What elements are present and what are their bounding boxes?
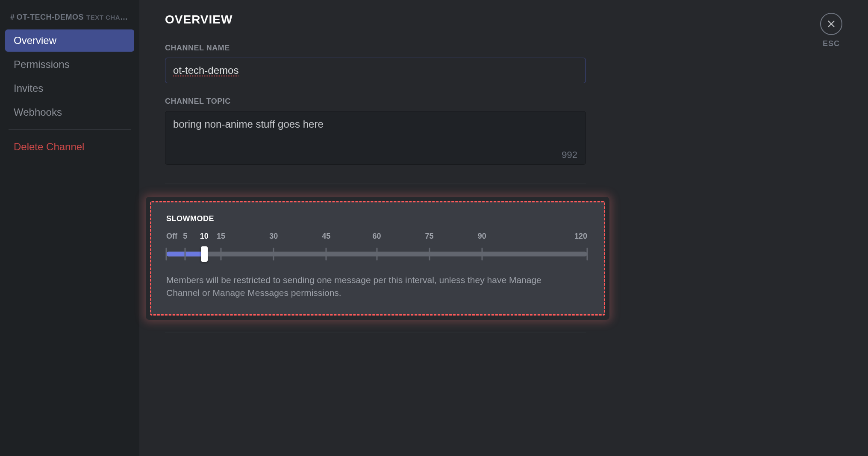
slider-tick-label: 10 [200, 232, 209, 241]
slider-tick-label: 60 [372, 232, 381, 241]
slider-tick [326, 248, 327, 260]
close-icon [827, 19, 836, 29]
sidebar-item-overview[interactable]: Overview [5, 29, 134, 52]
section-divider [165, 184, 586, 184]
slider-tick [587, 248, 588, 260]
slider-tick [429, 248, 430, 260]
hash-icon: # [10, 13, 15, 21]
channel-type-label: TEXT CHAN… [86, 14, 132, 21]
slider-tick-label: 120 [574, 232, 587, 241]
slider-tick [221, 248, 222, 260]
slider-tick [166, 248, 167, 260]
close-wrap: ESC [820, 13, 842, 48]
sidebar-item-permissions[interactable]: Permissions [5, 53, 134, 76]
slider-tick [376, 248, 377, 260]
slowmode-description: Members will be restricted to sending on… [166, 274, 577, 300]
channel-name-input[interactable] [165, 58, 586, 83]
close-button[interactable] [820, 13, 842, 35]
channel-name-label: CHANNEL NAME [165, 44, 842, 53]
slider-thumb[interactable] [201, 246, 208, 262]
slowmode-slider[interactable]: Off510153045607590120 [166, 232, 587, 263]
page-title: OVERVIEW [165, 13, 842, 26]
slider-tick [481, 248, 483, 260]
channel-topic-label: CHANNEL TOPIC [165, 97, 842, 106]
slider-tick [273, 248, 274, 260]
slider-tick-label: 30 [269, 232, 278, 241]
slider-tick-label: 90 [478, 232, 486, 241]
section-divider-2 [165, 333, 586, 333]
slider-tick-label: 15 [217, 232, 225, 241]
esc-label: ESC [820, 39, 842, 48]
sidebar-item-webhooks[interactable]: Webhooks [5, 101, 134, 123]
sidebar-item-invites[interactable]: Invites [5, 77, 134, 99]
slider-tick-label: 5 [183, 232, 187, 241]
slowmode-title: SLOWMODE [166, 214, 589, 223]
char-count: 992 [562, 149, 577, 161]
sidebar-divider [9, 129, 131, 130]
channel-name-header: OT-TECH-DEMOS [17, 13, 84, 21]
slider-tick [185, 248, 186, 260]
slider-tick-label: 45 [322, 232, 330, 241]
settings-sidebar: #OT-TECH-DEMOSTEXT CHAN… OverviewPermiss… [0, 0, 139, 456]
slider-tick-label: Off [166, 232, 177, 241]
channel-topic-textarea[interactable] [165, 111, 586, 165]
slider-tick-label: 75 [425, 232, 434, 241]
settings-main: ESC OVERVIEW CHANNEL NAME CHANNEL TOPIC … [139, 0, 868, 456]
slowmode-section: SLOWMODE Off510153045607590120 Members w… [150, 201, 605, 316]
channel-header: #OT-TECH-DEMOSTEXT CHAN… [0, 13, 139, 29]
delete-channel-button[interactable]: Delete Channel [5, 136, 134, 158]
